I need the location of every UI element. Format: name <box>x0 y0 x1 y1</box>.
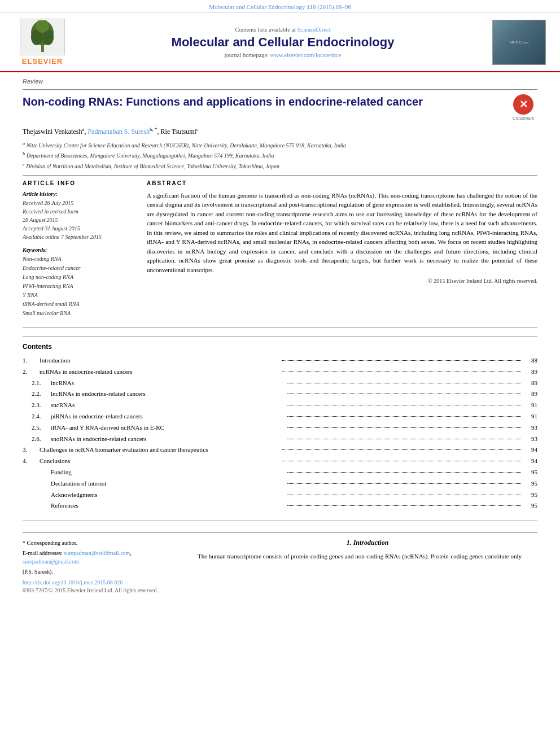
affiliations: a Nitte University Centre for Science Ed… <box>23 141 537 171</box>
history-revised-label: Received in revised form <box>23 207 135 216</box>
toc-page: 95 <box>523 500 537 512</box>
toc-item: References95 <box>23 500 537 512</box>
affiliation-c: c Division of Nutrition and Metabolism, … <box>23 161 537 171</box>
journal-homepage: journal homepage: www.elsevier.com/locat… <box>73 52 492 58</box>
doi-link[interactable]: http://dx.doi.org/10.1016/j.mce.2015.08.… <box>23 579 181 586</box>
toc-number: 2. <box>23 366 40 378</box>
svg-rect-0 <box>41 44 44 52</box>
toc-page: 94 <box>523 444 537 456</box>
toc-dots <box>282 360 522 361</box>
toc-number: 2.4. <box>23 411 51 422</box>
science-direct-line: Contents lists available at ScienceDirec… <box>73 27 492 33</box>
intro-text: The human transcriptome consists of prot… <box>198 552 537 561</box>
journal-name: Molecular and Cellular Endocrinology <box>73 35 492 50</box>
toc-page: 95 <box>523 478 537 490</box>
journal-title-area: Contents lists available at ScienceDirec… <box>73 27 492 58</box>
toc-page: 89 <box>523 366 537 378</box>
toc-page: 93 <box>523 422 537 434</box>
journal-cover-image: MCE Cover <box>492 20 546 65</box>
toc-title: ncRNAs in endocrine-related cancers <box>40 366 279 378</box>
keyword-1: Non-coding RNA <box>23 255 135 264</box>
issn-line: 0303-7207/© 2015 Elsevier Ireland Ltd. A… <box>23 587 181 593</box>
article-info-heading: ARTICLE INFO <box>23 180 135 186</box>
toc-title: snoRNAs in endocrine-related cancers <box>51 434 285 445</box>
toc-title: Challenges in ncRNA biomarker evaluation… <box>40 444 279 456</box>
email-line: E-mail addresses: surepadman@rediffmail.… <box>23 549 181 566</box>
toc-dots <box>287 416 522 417</box>
intro-heading: 1. Introduction <box>198 539 537 547</box>
toc-title: Declaration of interest <box>51 478 285 490</box>
toc-page: 89 <box>523 388 537 400</box>
email-link-2[interactable]: surepadman@gmail.com <box>23 558 79 565</box>
toc-item: 2.2.lncRNAs in endocrine-related cancers… <box>23 388 537 400</box>
toc-dots <box>282 449 522 450</box>
toc-dots <box>287 394 522 394</box>
homepage-link[interactable]: www.elsevier.com/locate/mce <box>270 52 342 58</box>
toc-number: 2.3. <box>23 400 51 411</box>
toc-number: 2.5. <box>23 422 51 434</box>
toc-item: 2.3.sncRNAs91 <box>23 400 537 411</box>
toc-title: Conclusions <box>40 456 279 467</box>
toc-item: Declaration of interest95 <box>23 478 537 490</box>
toc-page: 95 <box>523 490 537 501</box>
keyword-6: tRNA-derived small RNA <box>23 300 135 309</box>
ps-suresh-note: (P.S. Suresh). <box>23 567 181 576</box>
introduction-column: 1. Introduction The human transcriptome … <box>198 539 537 593</box>
abstract-heading: ABSTRACT <box>147 180 537 186</box>
science-direct-link[interactable]: ScienceDirect <box>298 27 331 33</box>
author-2[interactable]: Padmanaban S. Suresh <box>88 128 150 136</box>
keyword-3: Long non-coding RNA <box>23 273 135 282</box>
toc-item: 4.Conclusions94 <box>23 456 537 467</box>
toc-list: 1.Introduction882.ncRNAs in endocrine-re… <box>23 355 537 512</box>
contents-section: Contents 1.Introduction882.ncRNAs in end… <box>23 337 537 512</box>
toc-page: 91 <box>523 400 537 411</box>
crossmark-badge: ✕ CrossMark <box>509 94 537 121</box>
toc-number: 2.1. <box>23 378 51 389</box>
keywords-section: Keywords: Non-coding RNA Endocrine-relat… <box>23 247 135 318</box>
abstract-column: ABSTRACT A significant fraction of the h… <box>147 180 537 318</box>
toc-page: 91 <box>523 411 537 422</box>
toc-title: References <box>51 500 285 512</box>
journal-citation: Molecular and Cellular Endocrinology 416… <box>0 0 560 13</box>
toc-title: piRNAs in endocrine-related cancers <box>51 411 285 422</box>
footnote-column: * Corresponding author. E-mail addresses… <box>23 539 181 593</box>
keyword-7: Small nucleolar RNA <box>23 309 135 318</box>
crossmark-label: CrossMark <box>513 116 535 121</box>
toc-title: tRNA- and Y RNA-derived ncRNAs in E-RC <box>51 422 285 434</box>
toc-dots <box>287 483 522 484</box>
toc-title: Introduction <box>40 355 279 366</box>
bottom-section: * Corresponding author. E-mail addresses… <box>23 532 537 593</box>
toc-page: 93 <box>523 434 537 445</box>
toc-dots <box>287 472 522 473</box>
elsevier-tree-icon <box>20 19 65 55</box>
toc-dots <box>287 427 522 428</box>
article-info-column: ARTICLE INFO Article history: Received 2… <box>23 180 135 318</box>
history-received: Received 26 July 2015 <box>23 199 135 207</box>
contents-divider <box>23 327 537 327</box>
toc-number: 2.2. <box>23 388 51 400</box>
author-1: Thejaswini Venkatesh <box>23 128 82 136</box>
toc-number: 2.6. <box>23 434 51 445</box>
paper-title: Non-coding RNAs: Functions and applicati… <box>23 94 504 109</box>
toc-title: lncRNAs <box>51 378 285 389</box>
keyword-5: Y RNA <box>23 291 135 300</box>
affiliation-b: b Department of Biosciences, Mangalore U… <box>23 151 537 160</box>
toc-dots <box>287 439 522 439</box>
footer-divider <box>23 521 537 521</box>
toc-title: Acknowledgments <box>51 490 285 501</box>
history-accepted: Accepted 31 August 2015 <box>23 224 135 233</box>
toc-page: 88 <box>523 355 537 366</box>
keywords-title: Keywords: <box>23 247 135 253</box>
history-title: Article history: <box>23 191 135 197</box>
paper-title-row: Non-coding RNAs: Functions and applicati… <box>23 94 537 121</box>
toc-item: 2.1.lncRNAs89 <box>23 378 537 389</box>
toc-number: 4. <box>23 456 40 467</box>
toc-dots <box>287 495 522 495</box>
authors-line: Thejaswini Venkatesha, Padmanaban S. Sur… <box>23 126 537 136</box>
toc-dots <box>287 383 522 383</box>
toc-page: 89 <box>523 378 537 389</box>
email-link-1[interactable]: surepadman@rediffmail.com <box>64 550 130 556</box>
section-type-label: Review <box>23 78 537 85</box>
affiliation-a: a Nitte University Centre for Science Ed… <box>23 141 537 150</box>
toc-dots <box>287 405 522 405</box>
